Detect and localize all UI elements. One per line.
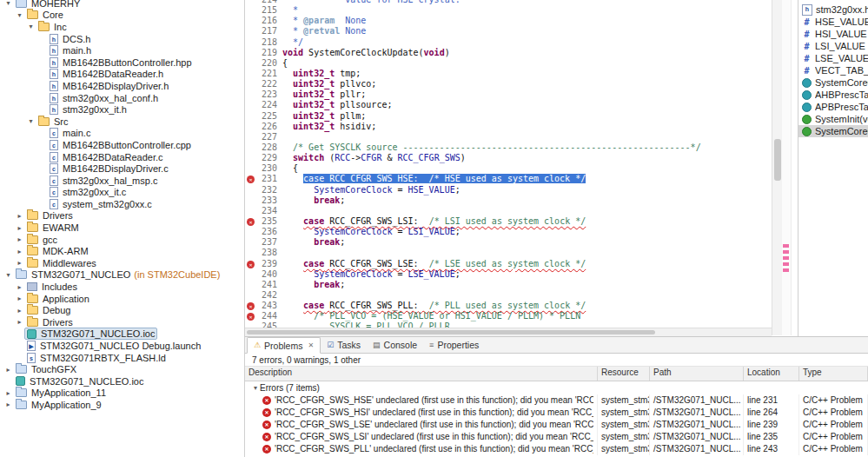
chevron-collapsed-icon[interactable]: ▸ bbox=[15, 307, 24, 315]
close-icon[interactable]: ✕ bbox=[308, 341, 314, 349]
chevron-collapsed-icon[interactable]: ▸ bbox=[3, 401, 13, 408]
chevron-expanded-icon[interactable]: ▾ bbox=[15, 11, 24, 19]
code-line[interactable]: 223 uint32_t pllr; bbox=[245, 89, 772, 100]
code-line[interactable]: ✕243 case RCC_CFGR_SWS_PLL: /* PLL used … bbox=[245, 301, 772, 311]
column-header-resource[interactable]: Resource bbox=[598, 367, 650, 381]
chevron-expanded-icon[interactable] bbox=[254, 384, 257, 392]
error-marker-icon[interactable]: ✕ bbox=[245, 259, 256, 269]
code-line[interactable]: ✕239 case RCC_CFGR_SWS_LSE: /* LSE used … bbox=[245, 259, 772, 269]
code-line[interactable]: 221 uint32_t tmp; bbox=[245, 69, 772, 79]
problem-row[interactable]: ✕'RCC_CFGR_SWS_PLL' undeclared (first us… bbox=[245, 443, 868, 455]
outline-item[interactable]: #HSE_VALUE bbox=[798, 16, 868, 28]
tree-item[interactable]: ▾STM32G071_NUCLEO(in STM32CubeIDE) bbox=[0, 269, 244, 281]
tree-item[interactable]: ▸Includes bbox=[0, 281, 244, 293]
column-header-path[interactable]: Path bbox=[650, 367, 744, 381]
tree-item[interactable]: hDCS.h bbox=[0, 33, 244, 45]
tree-item[interactable]: cstm32g0xx_it.c bbox=[0, 187, 244, 199]
code-line[interactable]: 230 { bbox=[245, 163, 772, 174]
code-line[interactable]: 218 */ bbox=[245, 37, 772, 48]
tree-item[interactable]: cMB1642BDataReader.c bbox=[0, 151, 244, 163]
editor-horizontal-scrollbar[interactable] bbox=[245, 328, 772, 336]
outline-item[interactable]: #HSI_VALUE bbox=[798, 28, 868, 40]
scrollbar-thumb[interactable] bbox=[247, 330, 655, 334]
outline-item[interactable]: SystemInit(void) : void bbox=[798, 113, 868, 125]
code-line[interactable]: 241 break; bbox=[245, 280, 772, 290]
chevron-collapsed-icon[interactable]: ▸ bbox=[3, 389, 13, 397]
chevron-collapsed-icon[interactable]: ▸ bbox=[15, 248, 24, 255]
code-line[interactable]: 227 bbox=[245, 132, 772, 142]
tree-item[interactable]: ▾Src bbox=[0, 116, 244, 128]
tree-item[interactable]: cMB1642BButtonController.cpp bbox=[0, 139, 244, 151]
outline-item[interactable]: SystemCoreClockUpdate(void) : void bbox=[798, 125, 868, 137]
tree-item[interactable]: ▸gcc bbox=[0, 234, 244, 246]
tree-item[interactable]: ▸MDK-ARM bbox=[0, 245, 244, 257]
code-line[interactable]: 233 break; bbox=[245, 195, 772, 206]
tree-item[interactable]: ▸EWARM bbox=[0, 222, 244, 234]
tree-item[interactable]: ▾Inc bbox=[0, 21, 244, 33]
tab-properties[interactable]: ≡Properties bbox=[423, 338, 485, 353]
code-line[interactable]: ✕231 case RCC_CFGR_SWS_HSE: /* HSE used … bbox=[245, 174, 772, 184]
tree-item[interactable]: cstm32g0xx_hal_msp.c bbox=[0, 175, 244, 187]
code-line[interactable]: 222 uint32_t pllvco; bbox=[245, 79, 772, 89]
code-line[interactable]: 237 break; bbox=[245, 237, 772, 248]
code-line[interactable]: 217 * @retval None bbox=[245, 26, 772, 36]
tree-item[interactable]: STM32G071_NUCLEO.ioc bbox=[0, 328, 244, 341]
code-line[interactable]: 232 SystemCoreClock = HSE_VALUE; bbox=[245, 185, 772, 195]
code-line[interactable]: 216 * @param None bbox=[245, 16, 772, 26]
code-line[interactable]: ✕244 /* PLL_VCO = (HSE_VALUE or HSI_VALU… bbox=[245, 311, 772, 321]
code-line[interactable]: 220{ bbox=[245, 58, 772, 69]
code-line[interactable]: 236 SystemCoreClock = LSI_VALUE; bbox=[245, 227, 772, 237]
tree-item[interactable]: hMB1642BDataReader.h bbox=[0, 69, 244, 81]
code-line[interactable]: 245 SYSCLK = PLL_VCO / PLLR bbox=[245, 321, 772, 328]
chevron-collapsed-icon[interactable]: ▸ bbox=[15, 318, 24, 326]
tree-item[interactable]: hstm32g0xx_it.h bbox=[0, 103, 244, 116]
tree-item[interactable]: ▸Drivers bbox=[0, 210, 244, 222]
code-line[interactable]: 240 SystemCoreClock = LSE_VALUE; bbox=[245, 269, 772, 280]
error-marker-icon[interactable]: ✕ bbox=[245, 216, 256, 227]
tree-item[interactable]: ▶STM32G071_NUCLEO Debug.launch bbox=[0, 340, 244, 352]
tree-item[interactable]: hMB1642BDisplayDriver.h bbox=[0, 80, 244, 92]
outline-item[interactable]: #VECT_TAB_OFFSET bbox=[798, 64, 868, 76]
tree-item[interactable]: sSTM32G071RBTX_FLASH.ld bbox=[0, 352, 244, 364]
code-line[interactable]: 242 bbox=[245, 290, 772, 301]
code-line[interactable]: 228 /* Get SYSCLK source ---------------… bbox=[245, 142, 772, 153]
code-line[interactable]: 229 switch (RCC->CFGR & RCC_CFGR_SWS) bbox=[245, 153, 772, 163]
tree-item[interactable]: ▸Application bbox=[0, 293, 244, 305]
tab-problems[interactable]: ⚠Problems✕ bbox=[247, 337, 321, 354]
outline-item[interactable]: hstm32g0xx.h bbox=[798, 3, 868, 16]
column-header-location[interactable]: Location bbox=[744, 367, 799, 381]
code-line[interactable]: 215 * bbox=[245, 5, 772, 16]
tree-item[interactable]: hstm32g0xx_hal_conf.h bbox=[0, 92, 244, 104]
code-editor[interactable]: 214 * value for HSE crystal.215 *216 * @… bbox=[245, 0, 772, 328]
tree-item[interactable]: ▾Core bbox=[0, 10, 244, 22]
code-line[interactable]: 226 uint32_t hsidiv; bbox=[245, 122, 772, 132]
chevron-collapsed-icon[interactable]: ▸ bbox=[15, 235, 24, 243]
chevron-collapsed-icon[interactable]: ▸ bbox=[15, 212, 24, 220]
chevron-collapsed-icon[interactable]: ▸ bbox=[3, 366, 13, 374]
chevron-collapsed-icon[interactable]: ▸ bbox=[15, 259, 24, 267]
chevron-expanded-icon[interactable]: ▾ bbox=[3, 0, 13, 7]
column-header-description[interactable]: Description bbox=[245, 367, 598, 381]
tree-item[interactable]: ▸TouchGFX bbox=[0, 363, 244, 375]
tree-item[interactable]: cmain.c bbox=[0, 128, 244, 140]
column-header-type[interactable]: Type bbox=[799, 367, 868, 381]
chevron-expanded-icon[interactable]: ▾ bbox=[26, 117, 36, 125]
error-marker-icon[interactable]: ✕ bbox=[245, 301, 256, 311]
error-marker-icon[interactable]: ✕ bbox=[245, 311, 256, 321]
code-line[interactable]: 224 uint32_t pllsource; bbox=[245, 100, 772, 110]
code-line[interactable]: 225 uint32_t pllm; bbox=[245, 111, 772, 122]
outline-item[interactable]: SystemCoreClock bbox=[798, 76, 868, 89]
outline-item[interactable]: #LSE_VALUE bbox=[798, 52, 868, 64]
outline-item[interactable]: #LSI_VALUE bbox=[798, 40, 868, 52]
tab-tasks[interactable]: ☑Tasks bbox=[321, 338, 367, 353]
code-line[interactable]: 219void SystemCoreClockUpdate(void) bbox=[245, 48, 772, 58]
problem-row[interactable]: ✕'RCC_CFGR_SWS_LSE' undeclared (first us… bbox=[245, 419, 868, 431]
tree-item[interactable]: ▸MyApplication_9 bbox=[0, 399, 244, 411]
problem-row[interactable]: ✕'RCC_CFGR_SWS_LSI' undeclared (first us… bbox=[245, 431, 868, 443]
errors-group-row[interactable]: Errors (7 items) bbox=[245, 381, 868, 394]
tree-item[interactable]: ▸MyApplication_11 bbox=[0, 387, 244, 400]
chevron-collapsed-icon[interactable]: ▸ bbox=[15, 224, 24, 232]
tree-item[interactable]: ▾MOHERHY bbox=[0, 0, 244, 10]
tree-item[interactable]: ▸Debug bbox=[0, 304, 244, 316]
tree-item[interactable]: ▸Middlewares bbox=[0, 257, 244, 269]
